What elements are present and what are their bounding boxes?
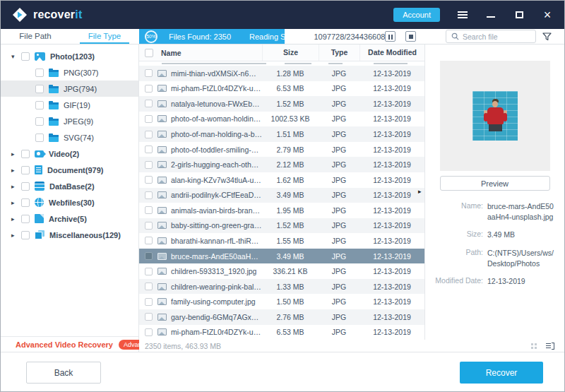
checkbox[interactable]	[35, 133, 44, 142]
advanced-video-recovery-link[interactable]: Advanced Video Recovery	[16, 340, 113, 349]
table-row[interactable]: 2-girls-hugging-each-other-outdoor-... 2…	[139, 157, 424, 172]
account-button[interactable]: Account	[393, 8, 440, 22]
checkbox[interactable]	[145, 268, 153, 275]
table-row[interactable]: family-using-computer.jpg 1.50 MB JPG 12…	[139, 294, 424, 309]
column-date-modified[interactable]: Date Modified	[359, 44, 424, 61]
image-file-icon	[157, 146, 167, 153]
expand-arrow-icon[interactable]: ▸	[11, 199, 18, 206]
sidebar-tree-item[interactable]: JPG(794)	[1, 81, 138, 97]
checkbox[interactable]	[21, 52, 30, 61]
checkbox[interactable]	[145, 206, 153, 214]
panel-collapse-arrow-icon[interactable]: ▸	[418, 188, 422, 195]
minimize-icon[interactable]	[485, 9, 496, 20]
checkbox[interactable]	[145, 69, 153, 77]
table-row[interactable]: animals-avian-birds-branch-459326.j... 1…	[139, 203, 424, 218]
sidebar-tree-item[interactable]: ▸ Video(2)	[1, 145, 138, 162]
checkbox[interactable]	[145, 222, 153, 230]
advanced-video-recovery-row[interactable]: Advanced Video Recovery Advanced	[1, 336, 138, 352]
table-row[interactable]: bruce-mars-AndE50aaHn4-unsplash... 3.49 …	[139, 249, 424, 264]
checkbox[interactable]	[145, 252, 153, 260]
table-row[interactable]: photo-of-a-woman-holding-an-ipad-7... 10…	[139, 112, 424, 127]
table-row[interactable]: andrii-podilnyk-CFtfEeaDg1I-unsplas... 3…	[139, 188, 424, 203]
checkbox[interactable]	[21, 166, 30, 174]
checkbox[interactable]	[35, 69, 44, 77]
select-all-checkbox[interactable]	[145, 49, 153, 57]
checkbox[interactable]	[145, 161, 153, 169]
checkbox[interactable]	[145, 176, 153, 184]
checkbox[interactable]	[145, 298, 153, 306]
checkbox[interactable]	[35, 101, 44, 109]
search-input[interactable]	[463, 32, 525, 41]
image-file-icon	[157, 283, 167, 290]
sidebar-tree-item[interactable]: ▸ Miscellaneous(129)	[1, 227, 138, 243]
table-row[interactable]: photo-of-toddler-smiling-1912868.jpg 2.7…	[139, 142, 424, 158]
table-row[interactable]: mi-pham-FtZL0r4DZYk-unsplash.jpg 6.53 MB…	[139, 81, 424, 97]
filter-icon[interactable]	[542, 32, 552, 41]
table-row[interactable]: mimi-thian-vdXMSiX-n6M-unsplash.jpg 1.28…	[139, 66, 424, 81]
table-row[interactable]: alan-king-KZv7w34tluA-unsplash.jpg 1.62 …	[139, 172, 424, 188]
checkbox[interactable]	[145, 237, 153, 244]
folder-icon	[49, 119, 59, 126]
sidebar-tree-item[interactable]: SVG(74)	[1, 129, 138, 145]
sidebar-tree-item[interactable]: ▸ DataBase(2)	[1, 178, 138, 194]
table-row[interactable]: gary-bendig-6GMq7AGxNbE-unsplas... 2.76 …	[139, 309, 424, 325]
table-row[interactable]: natalya-letunova-FWxEbL34i4Y-unspl... 1.…	[139, 96, 424, 112]
column-size[interactable]: Size	[262, 44, 319, 61]
table-row[interactable]: photo-of-man-holding-a-book-92702... 1.5…	[139, 126, 424, 142]
search-area	[424, 29, 564, 44]
preview-button[interactable]: Preview	[440, 176, 550, 191]
checkbox[interactable]	[21, 182, 30, 191]
checkbox[interactable]	[145, 313, 153, 321]
expand-arrow-icon[interactable]: ▸	[11, 167, 18, 174]
menu-icon[interactable]	[457, 9, 468, 20]
checkbox[interactable]	[145, 145, 153, 153]
expand-arrow-icon[interactable]: ▾	[11, 53, 18, 60]
folder-icon	[49, 86, 59, 93]
checkbox[interactable]	[145, 115, 153, 123]
sidebar-tree-item[interactable]: ▸ Archive(5)	[1, 210, 138, 227]
recover-button[interactable]: Recover	[460, 362, 543, 384]
checkbox[interactable]	[21, 150, 30, 158]
maximize-icon[interactable]	[513, 9, 525, 20]
pause-scan-button[interactable]	[385, 31, 396, 42]
search-box[interactable]	[446, 30, 536, 43]
checkbox[interactable]	[145, 100, 153, 107]
table-row[interactable]: children-wearing-pink-ball-dress-360... …	[139, 279, 424, 295]
sidebar-tree-item[interactable]: ▸ Document(979)	[1, 162, 138, 178]
table-row[interactable]: mi-pham-FtZL0r4DZYk-unsplash.jpg 6.53 MB…	[139, 325, 424, 340]
list-view-icon[interactable]	[546, 343, 554, 350]
sidebar-tree-item[interactable]: ▸ Webfiles(30)	[1, 194, 138, 210]
column-type[interactable]: Type	[319, 44, 359, 61]
database-icon	[35, 182, 44, 191]
checkbox[interactable]	[145, 328, 153, 336]
checkbox[interactable]	[35, 85, 44, 93]
tab-file-path[interactable]: File Path	[1, 29, 70, 44]
sidebar-tree-item[interactable]: JPEG(9)	[1, 113, 138, 129]
expand-arrow-icon[interactable]: ▸	[11, 183, 18, 190]
checkbox[interactable]	[21, 215, 30, 223]
table-row[interactable]: baby-sitting-on-green-grass-beside-... 1…	[139, 218, 424, 234]
checkbox[interactable]	[21, 198, 30, 207]
expand-arrow-icon[interactable]: ▸	[11, 232, 18, 239]
checkbox[interactable]	[145, 131, 153, 138]
sidebar-tree-item[interactable]: PNG(307)	[1, 64, 138, 81]
back-button[interactable]: Back	[26, 362, 101, 384]
checkbox[interactable]	[145, 85, 153, 93]
sidebar-tree-item[interactable]: GIF(19)	[1, 97, 138, 113]
stop-scan-button[interactable]	[405, 31, 416, 42]
tab-file-type[interactable]: File Type	[70, 29, 139, 44]
table-row[interactable]: children-593313_1920.jpg 336.21 KB JPG 1…	[139, 263, 424, 279]
column-name[interactable]: Name	[158, 49, 262, 57]
image-file-icon	[157, 85, 167, 92]
checkbox[interactable]	[145, 191, 153, 199]
expand-arrow-icon[interactable]: ▸	[11, 150, 18, 158]
grid-view-icon[interactable]	[531, 343, 537, 349]
checkbox[interactable]	[145, 283, 153, 290]
folder-icon	[49, 135, 59, 142]
sidebar-tree-item[interactable]: ▾ Photo(1203)	[1, 48, 138, 64]
checkbox[interactable]	[35, 117, 44, 126]
expand-arrow-icon[interactable]: ▸	[11, 215, 18, 222]
checkbox[interactable]	[21, 231, 30, 239]
table-row[interactable]: bharathi-kannan-rfL-thiRzDs-unsplas... 1…	[139, 233, 424, 249]
close-icon[interactable]: ×	[542, 9, 553, 20]
